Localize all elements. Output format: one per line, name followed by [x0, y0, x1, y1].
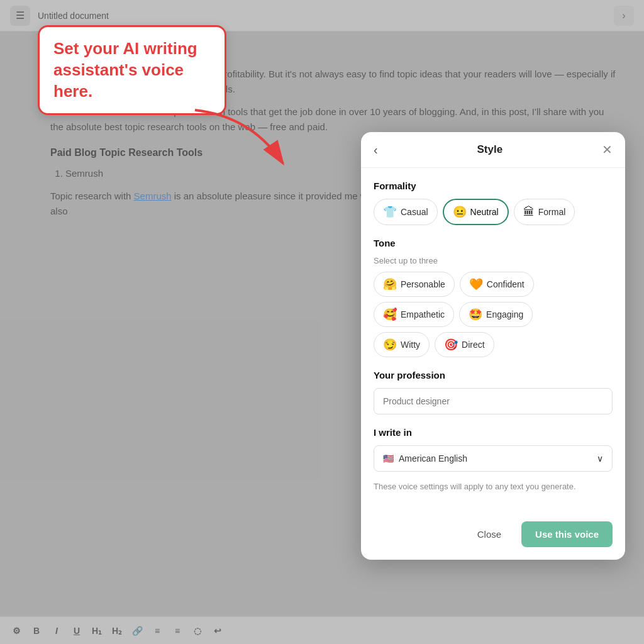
- chip-direct-emoji: 🎯: [444, 338, 458, 352]
- chip-direct-label: Direct: [462, 340, 485, 350]
- profession-input[interactable]: [374, 388, 613, 414]
- chip-formal-label: Formal: [538, 207, 566, 217]
- chip-engaging-emoji: 🤩: [469, 308, 482, 321]
- chip-confident-emoji: 🧡: [469, 277, 483, 291]
- chip-neutral[interactable]: 😐 Neutral: [443, 199, 509, 225]
- chip-personable[interactable]: 🤗 Personable: [374, 272, 455, 297]
- tone-sublabel: Select up to three: [374, 256, 613, 265]
- tooltip-bubble: Set your AI writing assistant's voice he…: [38, 25, 226, 115]
- language-flag: 🇺🇸: [383, 453, 394, 464]
- tone-label: Tone: [374, 238, 613, 248]
- chip-confident-label: Confident: [487, 279, 525, 289]
- chip-neutral-label: Neutral: [470, 207, 499, 217]
- language-select[interactable]: 🇺🇸 American English ∨: [374, 445, 613, 472]
- chip-witty[interactable]: 😏 Witty: [374, 332, 430, 357]
- footer-note: These voice settings will apply to any t…: [374, 482, 613, 491]
- language-value: American English: [399, 453, 467, 464]
- modal-close-icon[interactable]: ✕: [602, 142, 613, 157]
- modal-title: Style: [477, 143, 503, 156]
- chip-casual-emoji: 👕: [383, 205, 397, 219]
- profession-label: Your profession: [374, 370, 613, 380]
- chip-formal-emoji: 🏛: [523, 206, 535, 219]
- tooltip-text: Set your AI writing assistant's voice he…: [53, 38, 211, 102]
- language-section: I write in 🇺🇸 American English ∨: [374, 427, 613, 472]
- language-left: 🇺🇸 American English: [383, 453, 467, 464]
- chevron-down-icon: ∨: [597, 453, 603, 464]
- chip-witty-emoji: 😏: [383, 338, 397, 352]
- tone-chips-row3: 😏 Witty 🎯 Direct: [374, 332, 613, 357]
- formality-chips: 👕 Casual 😐 Neutral 🏛 Formal: [374, 199, 613, 225]
- formality-label: Formality: [374, 180, 613, 191]
- chip-personable-emoji: 🤗: [383, 277, 397, 291]
- profession-section: Your profession: [374, 370, 613, 414]
- chip-engaging[interactable]: 🤩 Engaging: [459, 302, 533, 327]
- arrow-indicator: [176, 104, 302, 179]
- modal-footer: Close Use this voice: [361, 514, 625, 560]
- tone-chips-row1: 🤗 Personable 🧡 Confident: [374, 272, 613, 297]
- chip-empathetic[interactable]: 🥰 Empathetic: [374, 302, 454, 327]
- chip-casual[interactable]: 👕 Casual: [374, 199, 438, 225]
- chip-empathetic-emoji: 🥰: [383, 308, 397, 321]
- chip-casual-label: Casual: [401, 207, 428, 217]
- chip-personable-label: Personable: [401, 279, 445, 289]
- modal-back-button[interactable]: ‹: [374, 143, 378, 157]
- modal-body: Formality 👕 Casual 😐 Neutral 🏛 Formal To…: [361, 168, 625, 514]
- chip-confident[interactable]: 🧡 Confident: [460, 272, 534, 297]
- chip-witty-label: Witty: [401, 340, 420, 350]
- chip-direct[interactable]: 🎯 Direct: [435, 332, 494, 357]
- tone-section: Tone Select up to three 🤗 Personable 🧡 C…: [374, 238, 613, 357]
- chip-engaging-label: Engaging: [486, 309, 523, 319]
- modal-header: ‹ Style ✕: [361, 132, 625, 168]
- chip-neutral-emoji: 😐: [453, 205, 467, 219]
- close-button[interactable]: Close: [467, 523, 511, 546]
- tone-chips-row2: 🥰 Empathetic 🤩 Engaging: [374, 302, 613, 327]
- use-voice-button[interactable]: Use this voice: [521, 521, 613, 547]
- language-label: I write in: [374, 427, 613, 438]
- chip-empathetic-label: Empathetic: [401, 309, 445, 319]
- style-modal: ‹ Style ✕ Formality 👕 Casual 😐 Neutral 🏛…: [361, 132, 625, 560]
- chip-formal[interactable]: 🏛 Formal: [514, 199, 575, 225]
